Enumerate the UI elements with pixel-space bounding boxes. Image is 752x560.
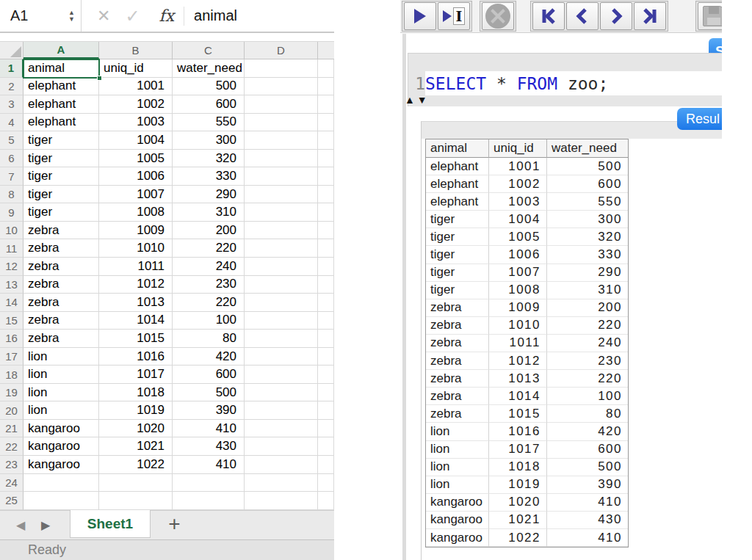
row-header-1[interactable]: 1 — [0, 59, 24, 78]
sheet-cell[interactable]: 230 — [173, 276, 245, 294]
row-header-6[interactable]: 6 — [0, 150, 24, 168]
sheet-cell[interactable]: lion — [24, 366, 99, 384]
sheet-cell[interactable]: tiger — [24, 203, 99, 222]
column-header-D[interactable]: D — [245, 42, 318, 59]
sheet-cell[interactable]: 1002 — [99, 95, 173, 114]
sheet-cell[interactable]: 410 — [173, 456, 245, 474]
sheet-cell[interactable]: 100 — [173, 312, 245, 330]
sheet-cell[interactable] — [245, 330, 318, 348]
row-header-25[interactable]: 25 — [0, 492, 24, 510]
sheet-cell[interactable] — [245, 437, 318, 456]
sheet-cell[interactable]: 1018 — [99, 384, 173, 402]
sheet-cell[interactable]: 1009 — [99, 222, 173, 240]
sql-query-line[interactable]: 1 SELECT * FROM zoo; — [408, 71, 722, 95]
row-header-2[interactable]: 2 — [0, 78, 24, 96]
sheet-cell[interactable] — [318, 420, 334, 438]
sheet-cell[interactable]: 240 — [173, 258, 245, 276]
sheet-cell[interactable]: 1014 — [99, 312, 173, 330]
sheet-cell[interactable] — [245, 366, 318, 384]
sheet-cell[interactable]: 1007 — [99, 186, 173, 204]
row-header-16[interactable]: 16 — [0, 330, 24, 348]
column-header-B[interactable]: B — [99, 42, 173, 59]
sheet-cell[interactable] — [318, 222, 334, 240]
sheet-cell[interactable] — [318, 59, 334, 78]
sql-code[interactable]: SELECT * FROM zoo; — [425, 71, 722, 95]
sheet-cell[interactable]: zebra — [24, 239, 99, 258]
sheet-cell[interactable]: 290 — [173, 186, 245, 204]
row-header-24[interactable]: 24 — [0, 474, 24, 492]
sheet-cell[interactable]: uniq_id — [99, 59, 173, 78]
sheet-cell[interactable]: 320 — [173, 150, 245, 168]
sheet-cell[interactable]: 330 — [173, 167, 245, 186]
sheet-cell[interactable] — [245, 78, 318, 96]
sheet-cell[interactable] — [173, 474, 245, 492]
sheet-cell[interactable]: 1017 — [99, 366, 173, 384]
sheet-cell[interactable] — [318, 330, 334, 348]
last-record-button[interactable] — [634, 2, 666, 30]
sheet-cell[interactable]: 1013 — [99, 294, 173, 312]
row-header-18[interactable]: 18 — [0, 366, 24, 384]
sheet-cell[interactable] — [245, 348, 318, 366]
sheet-cell[interactable]: 390 — [173, 401, 245, 420]
sheet-cell[interactable] — [245, 456, 318, 474]
sheet-cell[interactable]: kangaroo — [24, 456, 99, 474]
sheet-cell[interactable] — [245, 474, 318, 492]
name-box-value[interactable]: A1 — [10, 7, 68, 24]
run-to-cursor-button[interactable]: I — [438, 2, 470, 30]
sheet-cell[interactable] — [318, 401, 334, 420]
sheet-cell[interactable]: 600 — [173, 366, 245, 384]
sheet-cell[interactable]: tiger — [24, 186, 99, 204]
sheet-cell[interactable] — [318, 437, 334, 456]
sheet-cell[interactable]: tiger — [24, 131, 99, 150]
sheet-cell[interactable]: 1021 — [99, 437, 173, 456]
sheet-cell[interactable] — [318, 276, 334, 294]
next-record-button[interactable] — [600, 2, 632, 30]
sheet-cell[interactable] — [318, 186, 334, 204]
row-header-23[interactable]: 23 — [0, 456, 24, 474]
results-tab-button[interactable]: Resul — [677, 108, 722, 130]
sheet-cell[interactable]: 300 — [173, 131, 245, 150]
row-header-12[interactable]: 12 — [0, 258, 24, 276]
sheet-cell[interactable] — [245, 401, 318, 420]
sheet-cell[interactable]: 550 — [173, 114, 245, 132]
sheet-cell[interactable] — [245, 222, 318, 240]
editor-resize-icon[interactable]: ▲▼ — [405, 94, 430, 106]
sheet-cell[interactable] — [318, 78, 334, 96]
sheet-cell[interactable] — [318, 474, 334, 492]
sheet-cell[interactable] — [245, 59, 318, 78]
row-header-17[interactable]: 17 — [0, 348, 24, 366]
sheet-cell[interactable]: tiger — [24, 167, 99, 186]
previous-record-button[interactable] — [566, 2, 599, 30]
sheet-cell[interactable] — [245, 239, 318, 258]
sheet-cell[interactable]: zebra — [24, 312, 99, 330]
sheet-cell[interactable]: kangaroo — [24, 420, 99, 438]
sheet-cell[interactable] — [24, 474, 99, 492]
prev-sheet-icon[interactable]: ◀ — [16, 518, 25, 532]
sheet-cell[interactable] — [245, 167, 318, 186]
sheet-cell[interactable]: 220 — [173, 294, 245, 312]
sheet-cell[interactable] — [245, 150, 318, 168]
sheet-cell[interactable] — [318, 203, 334, 222]
sheet-cell[interactable]: water_need — [173, 59, 245, 78]
sheet-cell[interactable] — [24, 492, 99, 510]
row-header-9[interactable]: 9 — [0, 203, 24, 222]
sheet-cell[interactable]: 420 — [173, 348, 245, 366]
sheet-cell[interactable]: 410 — [173, 420, 245, 438]
sheet-cell[interactable] — [318, 131, 334, 150]
sheet-cell[interactable]: lion — [24, 401, 99, 420]
sheet-cell[interactable] — [318, 167, 334, 186]
row-header-14[interactable]: 14 — [0, 294, 24, 312]
sheet-cell[interactable] — [318, 239, 334, 258]
first-record-button[interactable] — [532, 2, 565, 30]
sheet-cell[interactable] — [318, 258, 334, 276]
sheet-cell[interactable]: animal — [24, 59, 99, 78]
sheet-cell[interactable] — [99, 492, 173, 510]
sheet-cell[interactable]: 1015 — [99, 330, 173, 348]
sheet-cell[interactable]: 1003 — [99, 114, 173, 132]
sheet-cell[interactable]: 1001 — [99, 78, 173, 96]
namebox-stepper-icon[interactable]: ▲▼ — [68, 10, 75, 23]
sheet-cell[interactable]: zebra — [24, 222, 99, 240]
row-header-20[interactable]: 20 — [0, 401, 24, 420]
sheet-cell[interactable] — [318, 348, 334, 366]
sheet-cell[interactable]: lion — [24, 384, 99, 402]
